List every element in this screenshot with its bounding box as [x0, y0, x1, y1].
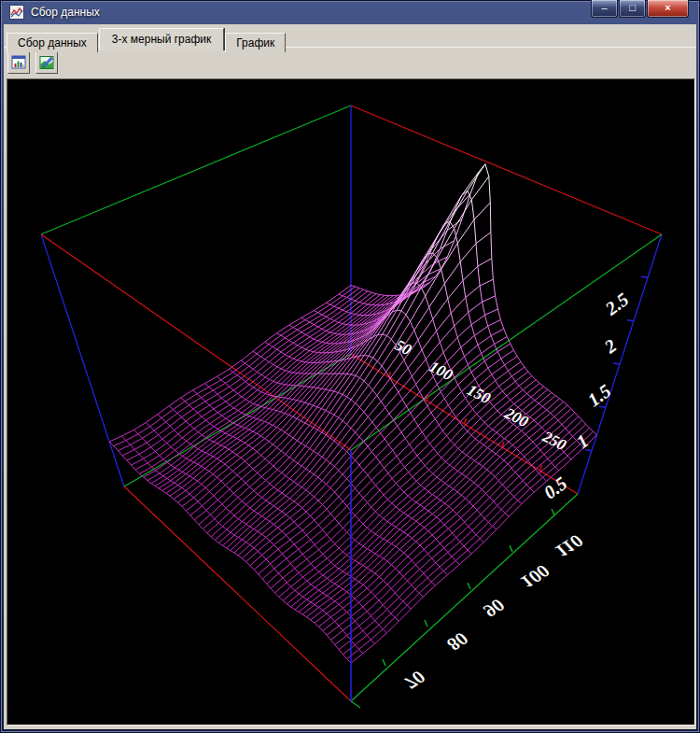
tab-graph[interactable]: График	[225, 33, 286, 52]
maximize-button[interactable]: □	[619, 0, 646, 18]
x-axis-tick-label: 200	[501, 403, 532, 430]
z-axis-tick-label: 0.5	[539, 472, 570, 502]
z-axis-tick-label: 2.5	[600, 289, 632, 319]
y-axis-tick-label: 100	[518, 560, 553, 593]
client-area: Сбор данных 3-х мерный график График	[4, 24, 696, 729]
x-axis-tick-label: 250	[539, 427, 569, 454]
y-axis-tick-label: 110	[553, 530, 586, 562]
bar-chart-icon	[11, 55, 26, 70]
picture-pencil-icon	[39, 55, 54, 70]
tab-3d-graph[interactable]: 3-х мерный график	[99, 28, 224, 50]
close-button[interactable]: ×	[647, 0, 689, 18]
image-edit-button[interactable]	[35, 51, 58, 74]
minimize-button[interactable]: –	[591, 0, 618, 18]
z-axis-tick-label: 1.5	[583, 380, 614, 410]
app-window: Сбор данных – □ × Сбор данных 3-х мерный…	[0, 0, 700, 733]
y-axis-tick-label: 80	[444, 628, 471, 655]
surface-3d-plot: 501001502002500.511.522.5708090100110	[7, 79, 694, 725]
y-axis-tick-label: 70	[401, 667, 428, 694]
plot-area: 501001502002500.511.522.5708090100110	[7, 78, 695, 726]
chart-view-button[interactable]	[7, 51, 30, 74]
tab-data-collection[interactable]: Сбор данных	[7, 33, 98, 52]
y-axis-tick-label: 90	[481, 595, 508, 622]
title-bar[interactable]: Сбор данных – □ ×	[0, 0, 700, 24]
tab-bar: Сбор данных 3-х мерный график График	[7, 28, 287, 50]
x-axis-tick-label: 50	[392, 336, 414, 359]
app-icon	[9, 5, 24, 20]
toolbar	[7, 51, 58, 74]
window-controls: – □ ×	[591, 0, 689, 18]
z-axis-tick-label: 2	[600, 334, 621, 357]
window-title: Сбор данных	[31, 6, 100, 19]
